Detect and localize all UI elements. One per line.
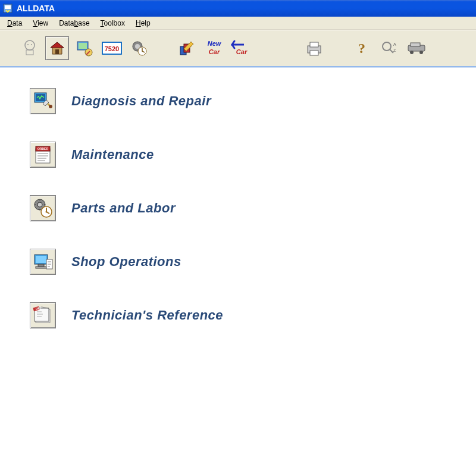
svg-rect-10 xyxy=(79,43,87,49)
books-pencil-icon[interactable] xyxy=(175,36,199,60)
nav-parts-labor[interactable]: Parts and Labor xyxy=(30,195,446,221)
search-az-icon[interactable]: AZ xyxy=(377,36,401,60)
svg-rect-46 xyxy=(38,264,44,267)
svg-text:?: ? xyxy=(358,40,365,56)
menu-help[interactable]: Help xyxy=(131,18,155,29)
svg-marker-7 xyxy=(51,42,64,48)
toolbar: 7520 NewCar Car ? AZ xyxy=(0,30,476,67)
svg-text:Car: Car xyxy=(236,48,248,55)
svg-rect-25 xyxy=(310,51,318,55)
print-icon[interactable] xyxy=(302,36,326,60)
menu-toolbox[interactable]: Toolbox xyxy=(96,18,130,29)
svg-rect-31 xyxy=(411,43,420,46)
menu-view[interactable]: View xyxy=(28,18,53,29)
svg-point-32 xyxy=(410,51,414,54)
gear-clock-icon[interactable] xyxy=(127,36,151,60)
computer-head-icon[interactable] xyxy=(18,36,42,60)
svg-rect-24 xyxy=(310,42,318,47)
new-car-icon[interactable]: NewCar xyxy=(202,36,226,60)
svg-point-5 xyxy=(31,44,32,45)
svg-rect-47 xyxy=(36,267,46,268)
nav-label: Maintenance xyxy=(71,147,154,162)
svg-rect-3 xyxy=(26,50,33,55)
parts-labor-clock-icon xyxy=(30,195,56,221)
svg-point-36 xyxy=(49,105,52,108)
nav-list: Diagnosis and Repair ORDER Maintenance P… xyxy=(30,88,446,328)
svg-text:New: New xyxy=(208,40,222,47)
diagnosis-repair-icon xyxy=(30,88,56,114)
reference-book-icon: REF xyxy=(30,302,56,328)
svg-point-33 xyxy=(419,51,423,54)
title-bar: ALLDATA xyxy=(0,0,476,17)
app-icon xyxy=(2,3,13,14)
nav-label: Diagnosis and Repair xyxy=(71,93,211,109)
svg-text:A: A xyxy=(393,42,396,46)
svg-point-43 xyxy=(46,211,48,213)
svg-text:Z: Z xyxy=(393,48,396,52)
maintenance-order-icon: ORDER xyxy=(30,142,56,168)
nav-label: Shop Operations xyxy=(71,254,181,270)
window-title: ALLDATA xyxy=(17,4,55,13)
back-car-icon[interactable]: Car xyxy=(230,36,253,60)
nav-label: Parts and Labor xyxy=(71,201,176,216)
nav-diagnosis-repair[interactable]: Diagnosis and Repair xyxy=(30,88,446,114)
main-content: Diagnosis and Repair ORDER Maintenance P… xyxy=(0,67,476,377)
help-question-icon[interactable]: ? xyxy=(350,36,374,60)
tsb-7520-icon[interactable]: 7520 xyxy=(100,36,124,60)
shop-operations-icon xyxy=(30,249,56,275)
database-globe-icon[interactable] xyxy=(73,36,96,60)
svg-point-27 xyxy=(383,42,391,51)
svg-text:Car: Car xyxy=(209,48,220,55)
nav-label: Technician's Reference xyxy=(71,308,223,323)
svg-rect-45 xyxy=(36,256,46,263)
nav-maintenance[interactable]: ORDER Maintenance xyxy=(30,142,446,168)
menu-bar: Data View Database Toolbox Help xyxy=(0,17,476,30)
nav-shop-operations[interactable]: Shop Operations xyxy=(30,249,446,275)
menu-database[interactable]: Database xyxy=(54,18,94,29)
nav-technician-reference[interactable]: REF Technician's Reference xyxy=(30,302,446,328)
svg-point-41 xyxy=(37,202,42,207)
svg-point-2 xyxy=(25,40,35,50)
svg-point-4 xyxy=(27,44,29,45)
svg-text:ORDER: ORDER xyxy=(37,147,48,151)
menu-data[interactable]: Data xyxy=(2,18,27,29)
vehicle-icon[interactable] xyxy=(405,36,428,60)
svg-rect-1 xyxy=(5,5,11,9)
home-icon[interactable] xyxy=(45,36,69,60)
svg-rect-8 xyxy=(55,49,59,54)
svg-text:7520: 7520 xyxy=(105,45,119,52)
